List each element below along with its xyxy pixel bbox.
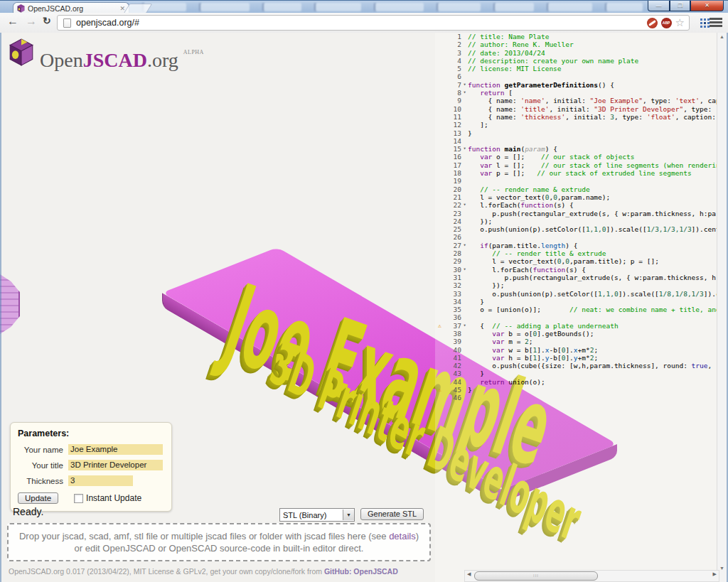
apps-grid-icon[interactable] xyxy=(700,18,702,21)
code-line[interactable]: 21 l = vector_text(0,0,param.name); xyxy=(435,193,718,201)
code-line[interactable]: 40 var w = b[1].x-b[0].x+m*2; xyxy=(435,346,718,354)
gutter-space xyxy=(435,137,444,145)
code-line[interactable]: 19 xyxy=(435,177,718,185)
line-number: 2 xyxy=(444,41,461,48)
gutter-space xyxy=(435,378,444,386)
code-editor[interactable]: 1// title: Name Plate2// author: Rene K.… xyxy=(435,33,718,582)
code-line[interactable]: 18 var p = []; // our stack of extruded … xyxy=(435,169,718,177)
gutter-space xyxy=(435,217,444,225)
code-line[interactable]: 44 return union(o); xyxy=(435,378,718,386)
code-line[interactable]: 43 } xyxy=(435,370,718,377)
close-button[interactable]: ✕ xyxy=(690,1,724,11)
code-line[interactable]: 5// license: MIT License xyxy=(435,65,718,72)
gutter-space xyxy=(461,113,468,121)
blocker-extension-icon[interactable] xyxy=(647,18,658,28)
window-border-left xyxy=(0,33,1,582)
url-text[interactable]: openjscad.org/# xyxy=(76,18,647,28)
code-line[interactable]: 38 var b = o[0].getBounds(); xyxy=(435,330,718,338)
code-line[interactable]: ⚠37▾ { // -- adding a plate underneath xyxy=(435,322,718,330)
instant-update-checkbox[interactable] xyxy=(74,494,83,503)
fold-arrow-icon[interactable]: ▾ xyxy=(461,81,468,89)
adblock-extension-icon[interactable]: ABP xyxy=(661,18,672,28)
code-line[interactable]: 34 } xyxy=(435,298,718,306)
fold-arrow-icon[interactable]: ▾ xyxy=(461,89,468,97)
code-line[interactable]: ⚠45} xyxy=(435,386,718,394)
code-line[interactable]: 10 { name: 'title', initial: "3D Printer… xyxy=(435,105,718,113)
editor-horizontal-scrollbar[interactable]: ◀ ⁞⁞⁞ ▶ xyxy=(464,570,719,582)
code-line[interactable]: 11 { name: 'thickness', initial: 3, type… xyxy=(435,113,718,121)
code-line[interactable]: 35 o = [union(o)]; // neat: we combine n… xyxy=(435,306,718,313)
code-line[interactable]: 27▾ if(param.title.length) { xyxy=(435,242,718,249)
code-text: // license: MIT License xyxy=(468,65,562,72)
code-text: var l = []; // our stack of line segment… xyxy=(468,161,718,169)
parameter-input[interactable]: 3D Printer Developer xyxy=(68,460,163,470)
menu-hamburger-icon[interactable] xyxy=(710,18,722,27)
code-line[interactable]: 36 xyxy=(435,313,718,321)
code-line[interactable]: 7▾function getParameterDefinitions() { xyxy=(435,81,718,89)
code-line[interactable]: 14 xyxy=(435,137,718,145)
update-button[interactable]: Update xyxy=(18,492,58,504)
line-number: 15 xyxy=(444,145,461,153)
code-line[interactable]: 25 o.push(union(p).setColor([1,1,0]).sca… xyxy=(435,225,718,233)
scroll-up-icon[interactable]: ▲ xyxy=(717,34,727,39)
github-link[interactable]: GitHub: OpenJSCAD xyxy=(324,567,398,576)
code-line[interactable]: 32 }); xyxy=(435,281,718,289)
new-tab-button[interactable] xyxy=(124,4,153,14)
code-line[interactable]: 33 o.push(union(p).setColor([1,1,0]).sca… xyxy=(435,290,718,298)
fold-arrow-icon[interactable]: ▾ xyxy=(461,145,468,153)
code-line[interactable]: 20 // -- render name & extrude xyxy=(435,185,718,193)
code-line[interactable]: 31 p.push(rectangular_extrude(s, { w:par… xyxy=(435,274,718,281)
parameter-input[interactable]: 3 xyxy=(68,475,133,486)
fold-arrow-icon[interactable]: ▾ xyxy=(461,322,468,330)
minimize-button[interactable]: — xyxy=(648,1,670,11)
fold-arrow-icon[interactable]: ▾ xyxy=(461,201,468,209)
code-line[interactable]: 2// author: Rene K. Mueller xyxy=(435,41,718,48)
parameters-heading: Parameters: xyxy=(18,429,164,438)
code-line[interactable]: 3// date: 2013/04/24 xyxy=(435,49,718,57)
parameter-input[interactable]: Joe Example xyxy=(68,444,163,455)
forward-icon[interactable]: → xyxy=(26,15,37,28)
code-line[interactable]: 17 var l = []; // our stack of line segm… xyxy=(435,161,718,169)
maximize-button[interactable]: ❐ xyxy=(670,1,690,11)
generate-stl-button[interactable]: Generate STL xyxy=(360,508,424,520)
file-dropzone[interactable]: Drop your jscad, scad, amf, stl file or … xyxy=(7,523,431,561)
code-line[interactable]: 29 l = vector_text(0,0,param.title); p =… xyxy=(435,257,718,265)
code-line[interactable]: 12 ]; xyxy=(435,121,718,129)
code-line[interactable]: 9 { name: 'name', initial: "Joe Example"… xyxy=(435,97,718,104)
code-line[interactable]: 22▾ l.forEach(function(s) { xyxy=(435,201,718,209)
code-text: var h = b[1].y-b[0].y+m*2; xyxy=(468,354,598,362)
code-line[interactable]: 42 o.push(cube({size: [w,h,param.thickne… xyxy=(435,362,718,370)
code-line[interactable]: 13} xyxy=(435,129,718,137)
code-line[interactable]: 28 // -- render title & extrude xyxy=(435,249,718,257)
editor-vertical-scrollbar[interactable]: ▲ ▼ xyxy=(717,33,727,582)
code-line[interactable]: 46 xyxy=(435,394,718,402)
scroll-right-icon[interactable]: ▶ xyxy=(713,571,717,577)
code-text: // author: Rene K. Mueller xyxy=(468,41,574,48)
code-line[interactable]: 41 var h = b[1].y-b[0].y+m*2; xyxy=(435,354,718,362)
code-line[interactable]: 8▾ return [ xyxy=(435,89,718,97)
details-link[interactable]: details xyxy=(389,531,416,541)
code-line[interactable]: 26 xyxy=(435,233,718,241)
code-line[interactable]: 4// description: create your own name pl… xyxy=(435,57,718,65)
code-line[interactable]: 6 xyxy=(435,72,718,80)
fold-arrow-icon[interactable]: ▾ xyxy=(461,266,468,274)
code-line[interactable]: 39 var m = 2; xyxy=(435,338,718,345)
code-line[interactable]: 16 var o = []; // our stack of objects xyxy=(435,153,718,161)
address-bar[interactable]: openjscad.org/# ABP ☆ xyxy=(57,15,690,31)
line-number: 3 xyxy=(444,49,461,57)
scrollbar-thumb[interactable]: ⁞⁞⁞ xyxy=(474,571,598,581)
side-drawer-handle[interactable] xyxy=(0,274,20,334)
format-select[interactable]: STL (Binary) ▼ xyxy=(279,508,355,522)
select-arrow-icon[interactable]: ▼ xyxy=(343,510,354,520)
bookmark-star-icon[interactable]: ☆ xyxy=(675,16,685,29)
reload-icon[interactable]: ↻ xyxy=(43,15,51,26)
code-text: l.forEach(function(s) { xyxy=(468,201,574,209)
scroll-left-icon[interactable]: ◀ xyxy=(467,571,471,577)
fold-arrow-icon[interactable]: ▾ xyxy=(461,242,468,249)
code-line[interactable]: 24 }); xyxy=(435,217,718,225)
code-line[interactable]: 1// title: Name Plate xyxy=(435,33,718,41)
code-line[interactable]: 15▾function main(param) { xyxy=(435,145,718,153)
back-icon[interactable]: ← xyxy=(7,15,18,28)
code-line[interactable]: 23 p.push(rectangular_extrude(s, { w:par… xyxy=(435,210,718,217)
code-line[interactable]: 30▾ l.forEach(function(s) { xyxy=(435,266,718,274)
